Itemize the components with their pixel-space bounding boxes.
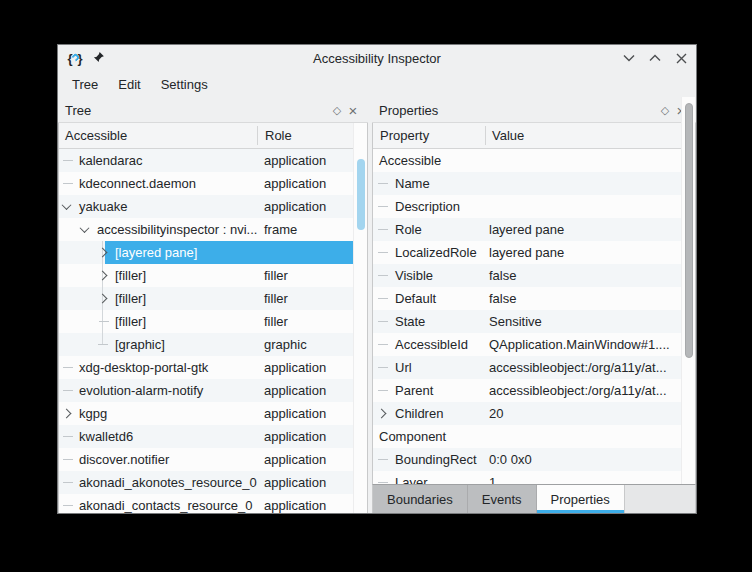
tree-row-label[interactable]: kwalletd6 [79, 429, 133, 444]
property-value[interactable]: false [489, 264, 516, 287]
property-name[interactable]: Children [395, 406, 443, 421]
tree-row-label[interactable]: [filler] [115, 291, 146, 306]
property-value[interactable]: accessibleobject:/org/a11y/at... [489, 379, 667, 402]
tree-row[interactable]: akonadi_akonotes_resource_0application [59, 471, 367, 494]
tree-scrollbar-thumb[interactable] [357, 159, 365, 230]
tree-row-label[interactable]: akonadi_contacts_resource_0 [79, 498, 252, 513]
tree-row-label[interactable]: akonadi_akonotes_resource_0 [79, 475, 257, 490]
tree-row-role[interactable]: application [264, 425, 326, 448]
expander-right-icon[interactable] [98, 248, 108, 258]
tree-row[interactable]: kdeconnect.daemonapplication [59, 172, 367, 195]
expander-down-icon[interactable] [62, 200, 72, 210]
tree-row-label[interactable]: [graphic] [115, 337, 165, 352]
tree-row[interactable]: [filler]filler [59, 287, 367, 310]
property-name[interactable]: Visible [395, 268, 433, 283]
tree-row-label[interactable]: discover.notifier [79, 452, 169, 467]
expander-right-icon[interactable] [98, 294, 108, 304]
keep-above-pin-icon[interactable] [92, 52, 105, 65]
tree-row[interactable]: yakuakeapplication [59, 195, 367, 218]
maximize-button[interactable] [648, 51, 662, 65]
property-row[interactable]: Layer1 [373, 471, 695, 484]
property-value[interactable]: Sensitive [489, 310, 542, 333]
property-row[interactable]: BoundingRect0:0 0x0 [373, 448, 695, 471]
property-group-row[interactable]: Accessible [373, 149, 695, 172]
property-row[interactable]: LocalizedRolelayered pane [373, 241, 695, 264]
minimize-button[interactable] [622, 51, 636, 65]
column-role[interactable]: Role [265, 123, 292, 148]
tree-row[interactable]: [filler]filler [59, 264, 367, 287]
tree-row-role[interactable]: application [264, 195, 326, 218]
tree-row[interactable]: [filler]filler [59, 310, 367, 333]
tree-column-header[interactable]: Accessible Role [59, 123, 367, 149]
tree-row[interactable]: xdg-desktop-portal-gtkapplication [59, 356, 367, 379]
properties-scrollbar-thumb[interactable] [685, 103, 693, 358]
expander-right-icon[interactable] [377, 409, 387, 419]
tree-row-label[interactable]: kdeconnect.daemon [79, 176, 196, 191]
property-name[interactable]: Parent [395, 383, 433, 398]
property-name[interactable]: Layer [395, 475, 428, 484]
tree-row-role[interactable]: application [264, 402, 326, 425]
tree-float-icon[interactable]: ◇ [329, 102, 345, 118]
tree-row-role[interactable]: application [264, 379, 326, 402]
tree-row-label[interactable]: yakuake [79, 199, 127, 214]
property-row[interactable]: Name [373, 172, 695, 195]
close-button[interactable] [674, 51, 688, 65]
tree-row-role[interactable]: application [264, 471, 326, 494]
property-row[interactable]: Visiblefalse [373, 264, 695, 287]
property-name[interactable]: Accessible [379, 153, 441, 168]
property-name[interactable]: AccessibleId [395, 337, 468, 352]
tree-row-label[interactable]: [layered pane] [115, 245, 197, 260]
property-value[interactable]: 0:0 0x0 [489, 448, 532, 471]
tree-close-icon[interactable]: × [345, 102, 361, 118]
properties-scrollbar[interactable] [681, 97, 695, 484]
expander-down-icon[interactable] [80, 223, 90, 233]
property-value[interactable]: layered pane [489, 218, 564, 241]
tree-row[interactable]: akonadi_contacts_resource_0application [59, 494, 367, 513]
property-value[interactable]: QApplication.MainWindow#1.... [489, 333, 670, 356]
menu-settings[interactable]: Settings [151, 73, 218, 96]
tree-row-label[interactable]: [filler] [115, 268, 146, 283]
properties-column-header[interactable]: Property Value [373, 123, 695, 149]
tree-row-role[interactable]: graphic [264, 333, 307, 356]
menu-edit[interactable]: Edit [108, 73, 150, 96]
tree-row[interactable]: kalendaracapplication [59, 149, 367, 172]
property-name[interactable]: Url [395, 360, 412, 375]
tree-row[interactable]: [layered pane]layered pane [59, 241, 367, 264]
tree-row[interactable]: accessibilityinspector : nvi...frame [59, 218, 367, 241]
expander-right-icon[interactable] [98, 271, 108, 281]
property-name[interactable]: Component [379, 429, 446, 444]
property-row[interactable]: Urlaccessibleobject:/org/a11y/at... [373, 356, 695, 379]
property-row[interactable]: StateSensitive [373, 310, 695, 333]
property-row[interactable]: Children20 [373, 402, 695, 425]
tree-row[interactable]: [graphic]graphic [59, 333, 367, 356]
column-value[interactable]: Value [492, 123, 524, 148]
tree-row-label[interactable]: kgpg [79, 406, 107, 421]
property-row[interactable]: Defaultfalse [373, 287, 695, 310]
tree-row-role[interactable]: filler [264, 264, 288, 287]
tree-row-label[interactable]: [filler] [115, 314, 146, 329]
tree-row-role[interactable]: application [264, 494, 326, 513]
tree-row[interactable]: kgpgapplication [59, 402, 367, 425]
tree-scrollbar[interactable] [353, 123, 367, 513]
property-value[interactable]: false [489, 287, 516, 310]
property-name[interactable]: Name [395, 176, 430, 191]
tree-row-role[interactable]: filler [264, 310, 288, 333]
property-row[interactable]: Parentaccessibleobject:/org/a11y/at... [373, 379, 695, 402]
property-value[interactable]: 1 [489, 471, 496, 484]
column-accessible[interactable]: Accessible [65, 123, 127, 148]
property-value[interactable]: layered pane [489, 241, 564, 264]
tree-row[interactable]: discover.notifierapplication [59, 448, 367, 471]
property-row[interactable]: AccessibleIdQApplication.MainWindow#1...… [373, 333, 695, 356]
property-value[interactable]: accessibleobject:/org/a11y/at... [489, 356, 667, 379]
tree-row-role[interactable]: application [264, 149, 326, 172]
tree-row[interactable]: kwalletd6application [59, 425, 367, 448]
tab-properties[interactable]: Properties [537, 485, 625, 513]
expander-right-icon[interactable] [62, 409, 72, 419]
property-name[interactable]: State [395, 314, 425, 329]
property-row[interactable]: Description [373, 195, 695, 218]
property-group-row[interactable]: Component [373, 425, 695, 448]
property-row[interactable]: Rolelayered pane [373, 218, 695, 241]
titlebar[interactable]: {} Accessibility Inspector [58, 45, 696, 71]
tree-row-role[interactable]: application [264, 172, 326, 195]
tree-row-label[interactable]: kalendarac [79, 153, 143, 168]
